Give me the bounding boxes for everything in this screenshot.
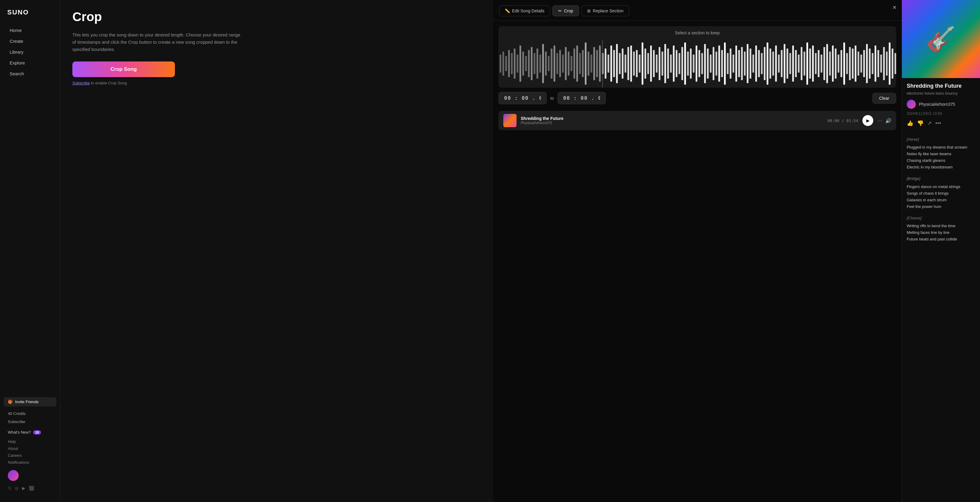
svg-rect-26 xyxy=(574,49,575,79)
svg-rect-135 xyxy=(883,47,885,80)
svg-rect-54 xyxy=(653,50,655,77)
instagram-icon[interactable]: ◎ xyxy=(15,486,18,491)
lyrics-line: Future beats and past collide xyxy=(907,236,975,243)
page-description: This lets you crop the song down to your… xyxy=(72,31,241,53)
tab-crop[interactable]: ✂ Crop xyxy=(552,5,579,16)
svg-rect-5 xyxy=(514,49,515,79)
player-thumbnail xyxy=(503,114,517,127)
svg-rect-6 xyxy=(517,54,519,73)
svg-rect-0 xyxy=(500,54,501,73)
svg-rect-88 xyxy=(749,49,751,79)
about-link[interactable]: About xyxy=(8,445,52,452)
svg-rect-21 xyxy=(559,50,561,77)
svg-rect-29 xyxy=(582,50,584,77)
waveform-container[interactable]: Select a section to keep xyxy=(498,26,896,88)
svg-rect-90 xyxy=(756,46,757,82)
help-link[interactable]: Help xyxy=(8,438,52,445)
svg-rect-30 xyxy=(585,43,587,85)
subscribe-hint: Subscribe to enable Crop Song xyxy=(72,81,481,85)
svg-rect-39 xyxy=(610,46,612,82)
like-button[interactable]: 👍 xyxy=(907,120,913,127)
dislike-button[interactable]: 👎 xyxy=(917,120,924,127)
clear-button[interactable]: Clear xyxy=(872,93,896,104)
verse-tag: [Verse] xyxy=(907,136,975,143)
svg-rect-62 xyxy=(676,50,678,77)
crop-song-button[interactable]: Crop Song xyxy=(72,62,175,77)
svg-rect-132 xyxy=(875,46,876,82)
svg-rect-74 xyxy=(710,54,712,73)
svg-rect-41 xyxy=(616,44,618,83)
sidebar-item-library[interactable]: Library xyxy=(2,47,57,57)
twitter-icon[interactable]: 𝕏 xyxy=(8,486,11,491)
svg-rect-116 xyxy=(829,51,831,76)
svg-rect-96 xyxy=(772,51,774,76)
end-time-input[interactable] xyxy=(558,92,606,104)
subscribe-button[interactable]: Subscribe xyxy=(4,418,56,425)
share-button[interactable]: ↗ xyxy=(927,120,932,127)
svg-rect-103 xyxy=(792,46,794,82)
whats-new-badge: 20 xyxy=(33,430,41,435)
svg-rect-76 xyxy=(716,51,718,76)
replace-icon: ⊞ xyxy=(587,8,591,13)
svg-rect-24 xyxy=(568,51,570,76)
svg-rect-94 xyxy=(767,43,768,85)
sidebar-item-home[interactable]: Home xyxy=(2,25,57,35)
svg-rect-77 xyxy=(718,46,720,82)
svg-rect-121 xyxy=(843,43,845,85)
svg-rect-40 xyxy=(613,50,615,77)
start-time-input[interactable] xyxy=(498,92,547,104)
lyrics-line: Melting faces line by line xyxy=(907,229,975,236)
svg-rect-71 xyxy=(702,53,703,74)
svg-rect-130 xyxy=(869,49,871,79)
svg-rect-49 xyxy=(639,54,641,73)
play-button[interactable]: ▶ xyxy=(862,115,873,126)
svg-rect-78 xyxy=(721,50,723,77)
svg-rect-105 xyxy=(798,54,800,73)
close-icon: ✕ xyxy=(892,5,897,11)
more-button[interactable]: ••• xyxy=(935,120,941,127)
footer-links: Help About Careers Notifications xyxy=(4,437,56,467)
svg-rect-16 xyxy=(545,51,547,76)
sidebar-item-search[interactable]: Search xyxy=(2,68,57,79)
subscribe-link[interactable]: Subscribe xyxy=(72,81,90,85)
svg-rect-48 xyxy=(636,50,638,77)
volume-button[interactable]: 🔊 xyxy=(885,118,891,124)
notifications-link[interactable]: Notifications xyxy=(8,459,52,466)
svg-rect-52 xyxy=(648,53,649,74)
whats-new-item[interactable]: What's New? 20 xyxy=(4,428,56,436)
sidebar-item-explore[interactable]: Explore xyxy=(2,57,57,68)
artist-name: PhysicalAirhorn375 xyxy=(919,102,955,106)
chorus-tag: [Chorus] xyxy=(907,215,975,221)
svg-rect-3 xyxy=(508,50,510,77)
avatar[interactable] xyxy=(8,470,19,481)
svg-rect-93 xyxy=(764,47,765,80)
svg-rect-111 xyxy=(815,53,817,74)
song-info: Shredding the Future electronic future b… xyxy=(902,78,980,136)
invite-friends-button[interactable]: 🎁 Invite Friends xyxy=(4,397,56,407)
lyrics-chorus: [Chorus] Writing riffs to bend the time … xyxy=(907,215,975,243)
svg-rect-13 xyxy=(536,49,538,79)
svg-rect-15 xyxy=(542,44,544,83)
svg-rect-89 xyxy=(752,54,754,73)
tab-replace-section[interactable]: ⊞ Replace Section xyxy=(581,5,629,16)
song-tags: electronic future bass bouncy xyxy=(907,91,975,95)
svg-rect-97 xyxy=(775,46,777,82)
svg-rect-82 xyxy=(732,54,734,73)
time-range: to Clear xyxy=(493,88,902,108)
more-options-button[interactable]: ⋯ xyxy=(878,118,882,124)
tab-edit-song-details[interactable]: ✏️ Edit Song Details xyxy=(499,5,550,16)
sidebar-item-create[interactable]: Create xyxy=(2,36,57,46)
svg-rect-128 xyxy=(863,50,865,77)
youtube-icon[interactable]: ▶ xyxy=(22,486,25,491)
song-date: 2024年11月6日 10:59 xyxy=(907,111,975,116)
player-title: Shredding the Future xyxy=(521,116,823,121)
close-button[interactable]: ✕ xyxy=(892,4,897,11)
discord-icon[interactable]: ⬛ xyxy=(29,486,34,491)
song-title: Shredding the Future xyxy=(907,83,975,89)
svg-rect-57 xyxy=(662,51,663,76)
svg-rect-56 xyxy=(659,47,660,80)
svg-rect-117 xyxy=(832,46,834,82)
waveform-visual[interactable] xyxy=(498,40,896,88)
svg-rect-75 xyxy=(713,47,714,80)
careers-link[interactable]: Careers xyxy=(8,452,52,459)
